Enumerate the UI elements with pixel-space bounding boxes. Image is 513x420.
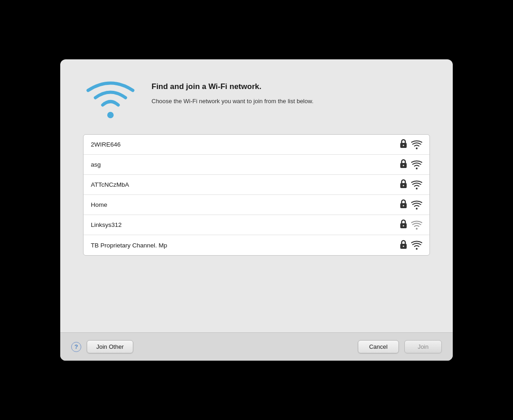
lock-icon bbox=[399, 219, 408, 231]
network-icons bbox=[399, 239, 422, 252]
network-icons bbox=[399, 199, 422, 211]
join-other-button[interactable]: Join Other bbox=[87, 340, 133, 353]
network-list: 2WIRE646 asg ATTcNCzMbA bbox=[83, 134, 430, 256]
network-row[interactable]: TB Proprietary Channel. Mp bbox=[84, 235, 429, 255]
wifi-signal-icon bbox=[411, 140, 422, 149]
network-row[interactable]: 2WIRE646 bbox=[84, 135, 429, 155]
lock-icon bbox=[399, 199, 408, 211]
svg-point-9 bbox=[416, 188, 418, 189]
lock-icon bbox=[399, 178, 408, 191]
network-name: TB Proprietary Channel. Mp bbox=[91, 242, 399, 249]
lock-icon bbox=[399, 158, 408, 171]
svg-point-3 bbox=[416, 147, 418, 149]
network-icons bbox=[399, 219, 422, 231]
network-name: 2WIRE646 bbox=[91, 141, 399, 148]
lock-icon bbox=[399, 239, 408, 252]
join-button: Join bbox=[404, 340, 442, 353]
network-row[interactable]: Linksys312 bbox=[84, 215, 429, 235]
network-name: Home bbox=[91, 201, 399, 208]
network-name: asg bbox=[91, 161, 399, 168]
wifi-signal-icon bbox=[411, 200, 422, 210]
network-row[interactable]: ATTcNCzMbA bbox=[84, 175, 429, 195]
wifi-signal-icon bbox=[411, 220, 422, 230]
svg-point-6 bbox=[416, 168, 418, 169]
network-row[interactable]: asg bbox=[84, 155, 429, 175]
svg-point-14 bbox=[403, 225, 404, 226]
svg-point-11 bbox=[403, 205, 404, 206]
wifi-large-icon bbox=[83, 78, 138, 121]
network-row[interactable]: Home bbox=[84, 195, 429, 215]
lock-icon bbox=[399, 138, 408, 151]
svg-point-5 bbox=[403, 165, 404, 166]
wifi-signal-icon bbox=[411, 160, 422, 169]
header-text: Find and join a Wi-Fi network. Choose th… bbox=[152, 78, 314, 106]
svg-point-12 bbox=[416, 208, 418, 210]
dialog-footer: ? Join Other Cancel Join bbox=[60, 332, 453, 361]
network-name: ATTcNCzMbA bbox=[91, 181, 399, 188]
wifi-signal-icon bbox=[411, 180, 422, 189]
dialog-description: Choose the Wi-Fi network you want to joi… bbox=[152, 97, 314, 106]
header-section: Find and join a Wi-Fi network. Choose th… bbox=[83, 78, 430, 121]
network-icons bbox=[399, 138, 422, 151]
network-name: Linksys312 bbox=[91, 221, 399, 228]
svg-point-8 bbox=[403, 185, 404, 186]
svg-point-17 bbox=[403, 246, 404, 247]
cancel-button[interactable]: Cancel bbox=[358, 340, 399, 353]
dialog-title: Find and join a Wi-Fi network. bbox=[152, 82, 314, 91]
network-icons bbox=[399, 158, 422, 171]
dialog-content: Find and join a Wi-Fi network. Choose th… bbox=[60, 59, 453, 332]
svg-point-15 bbox=[416, 228, 418, 230]
help-button[interactable]: ? bbox=[71, 342, 81, 352]
svg-point-0 bbox=[107, 112, 114, 118]
wifi-signal-icon bbox=[411, 241, 422, 250]
svg-point-18 bbox=[416, 248, 418, 250]
network-icons bbox=[399, 178, 422, 191]
wifi-dialog: Find and join a Wi-Fi network. Choose th… bbox=[60, 59, 453, 361]
svg-point-2 bbox=[403, 145, 404, 146]
